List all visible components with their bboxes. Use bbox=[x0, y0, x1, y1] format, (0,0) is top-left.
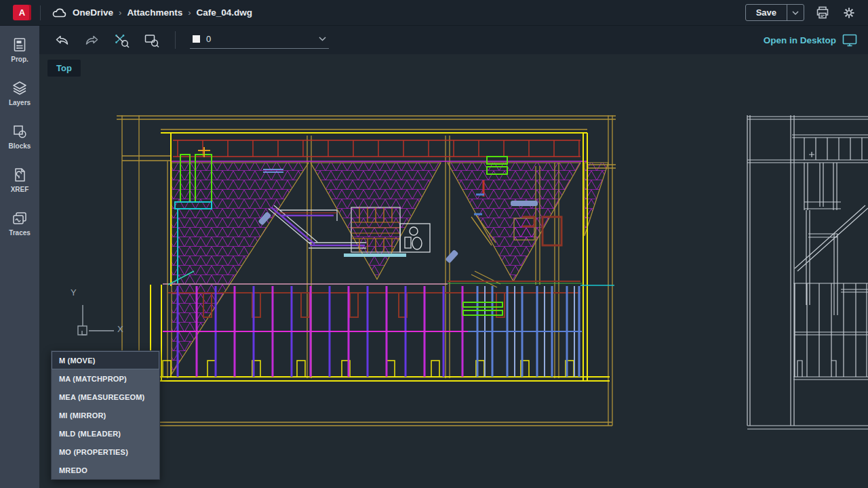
breadcrumb-filename: Cafe_04.dwg bbox=[196, 7, 252, 18]
layer-color-swatch bbox=[193, 35, 200, 43]
save-menu-button[interactable] bbox=[787, 5, 804, 20]
command-suggestion-mleader[interactable]: MLD (MLEADER) bbox=[52, 424, 159, 443]
zoom-window-button[interactable] bbox=[142, 31, 161, 49]
toolbar-divider bbox=[175, 31, 176, 49]
undo-button[interactable] bbox=[53, 31, 71, 49]
cloud-icon bbox=[52, 7, 67, 18]
command-suggestion-move[interactable]: M (MOVE) bbox=[52, 351, 159, 369]
sidebar-item-properties[interactable]: Prop. bbox=[0, 37, 39, 63]
sidebar-item-label: Blocks bbox=[9, 142, 31, 150]
view-cube-badge[interactable]: Top bbox=[47, 60, 81, 77]
monitor-icon bbox=[842, 34, 857, 47]
layer-select-value: 0 bbox=[206, 34, 211, 44]
topbar-actions: Save bbox=[745, 4, 857, 21]
logo-letter: A bbox=[19, 7, 25, 18]
breadcrumb-folder[interactable]: Attachments bbox=[127, 7, 182, 18]
settings-button[interactable] bbox=[841, 5, 857, 21]
zoom-selection-icon bbox=[113, 32, 130, 49]
block-square-circle-icon bbox=[12, 123, 28, 140]
chevron-down-icon bbox=[319, 37, 326, 41]
left-sidebar: Prop. Layers Blocks XREF Traces bbox=[0, 26, 39, 488]
floor-plan-mono bbox=[747, 115, 868, 429]
sidebar-item-traces[interactable]: Traces bbox=[0, 210, 39, 237]
ucs-y-label: Y bbox=[71, 287, 77, 298]
breadcrumb-separator: › bbox=[188, 7, 191, 18]
zoom-window-icon bbox=[143, 32, 160, 49]
autocad-logo[interactable]: A bbox=[13, 5, 31, 20]
deck-stripes bbox=[163, 283, 614, 377]
redo-arrow-icon bbox=[84, 33, 100, 47]
breadcrumb-drive[interactable]: OneDrive bbox=[73, 7, 113, 18]
gear-icon bbox=[842, 6, 856, 20]
floor-plan-color bbox=[117, 115, 616, 426]
sidebar-item-blocks[interactable]: Blocks bbox=[0, 123, 39, 150]
print-button[interactable] bbox=[814, 5, 831, 21]
properties-panel-icon bbox=[12, 37, 28, 53]
sidebar-item-xref[interactable]: XREF bbox=[0, 167, 39, 193]
command-suggestion-properties[interactable]: MO (PROPERTIES) bbox=[52, 443, 159, 461]
sidebar-item-layers[interactable]: Layers bbox=[0, 80, 39, 106]
survey-mark bbox=[198, 147, 210, 157]
layer-select[interactable]: 0 bbox=[190, 32, 329, 49]
printer-icon bbox=[816, 6, 829, 19]
sidebar-item-label: Prop. bbox=[11, 56, 28, 63]
breadcrumb: OneDrive › Attachments › Cafe_04.dwg bbox=[52, 7, 252, 18]
command-suggestion-matchprop[interactable]: MA (MATCHPROP) bbox=[52, 369, 159, 388]
zoom-selection-button[interactable] bbox=[113, 31, 131, 49]
redo-button[interactable] bbox=[83, 31, 101, 49]
xref-attachment-icon bbox=[12, 167, 28, 183]
sidebar-item-label: XREF bbox=[11, 186, 29, 193]
sidebar-item-label: Traces bbox=[9, 229, 31, 237]
ucs-x-label: X bbox=[117, 324, 123, 334]
layers-stack-icon bbox=[12, 80, 28, 96]
command-suggestion-mirror[interactable]: MI (MIRROR) bbox=[52, 406, 159, 424]
topbar-divider bbox=[40, 5, 41, 20]
ucs-axes-icon bbox=[78, 305, 114, 335]
breadcrumb-separator: › bbox=[119, 7, 121, 18]
sidebar-item-label: Layers bbox=[9, 99, 31, 106]
undo-arrow-icon bbox=[54, 33, 70, 47]
save-split-button: Save bbox=[745, 4, 804, 21]
save-button[interactable]: Save bbox=[746, 5, 787, 20]
open-in-desktop-button[interactable]: Open in Desktop bbox=[764, 34, 857, 47]
command-autocomplete-popup: M (MOVE) MA (MATCHPROP) MEA (MEASUREGEOM… bbox=[51, 350, 160, 480]
traces-overlay-icon bbox=[12, 210, 28, 226]
canvas-toolbar: 0 Open in Desktop bbox=[39, 26, 868, 54]
command-suggestion-measuregeom[interactable]: MEA (MEASUREGEOM) bbox=[52, 388, 159, 406]
chevron-down-icon bbox=[792, 11, 799, 15]
hatch-regions bbox=[172, 163, 608, 374]
command-suggestion-mredo[interactable]: MREDO bbox=[52, 461, 159, 479]
topbar: A OneDrive › Attachments › Cafe_04.dwg S… bbox=[0, 0, 868, 26]
